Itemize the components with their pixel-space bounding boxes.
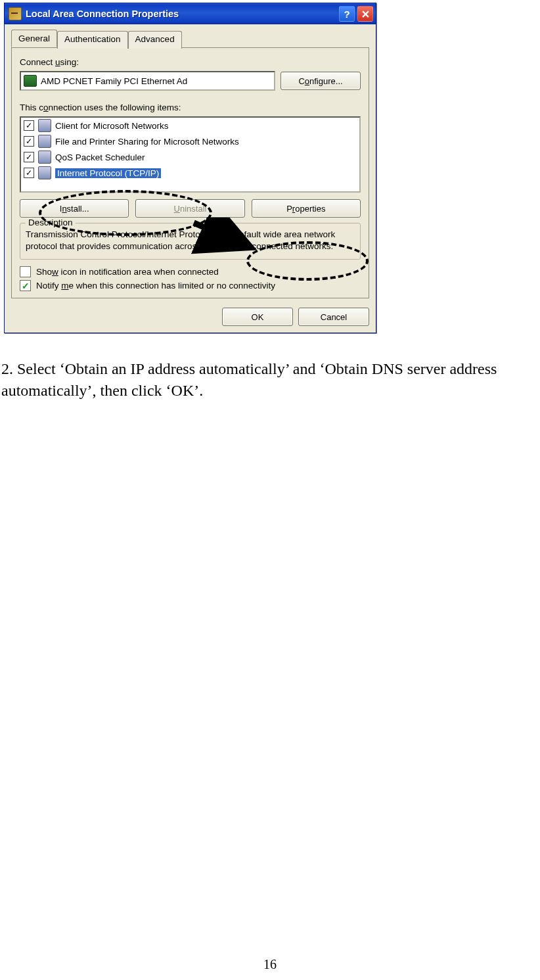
tab-general[interactable]: General: [11, 30, 57, 47]
items-list[interactable]: ✓ Client for Microsoft Networks ✓ File a…: [20, 116, 361, 193]
checkbox-checked[interactable]: ✓: [20, 280, 31, 291]
qos-icon: [38, 151, 51, 164]
tab-advanced[interactable]: Advanced: [128, 31, 182, 49]
list-item[interactable]: ✓ QoS Packet Scheduler: [21, 149, 359, 165]
file-printer-icon: [38, 135, 51, 148]
description-text: Transmission Control Protocol/Internet P…: [26, 229, 355, 252]
properties-button[interactable]: Properties: [252, 199, 361, 218]
window-title: Local Area Connection Properties: [26, 9, 339, 19]
list-item-selected[interactable]: ✓ Internet Protocol (TCP/IP): [21, 165, 359, 181]
cancel-button[interactable]: Cancel: [298, 308, 369, 326]
adapter-name: AMD PCNET Family PCI Ethernet Ad: [41, 76, 187, 86]
items-label: This connection uses the following items…: [20, 103, 361, 112]
page-number: 16: [0, 957, 540, 972]
titlebar[interactable]: Local Area Connection Properties ?: [5, 3, 376, 24]
install-button[interactable]: Install...: [20, 199, 129, 218]
tab-authentication[interactable]: Authentication: [57, 31, 128, 49]
list-item[interactable]: ✓ Client for Microsoft Networks: [21, 118, 359, 133]
show-icon-row[interactable]: Show icon in notification area when conn…: [20, 266, 361, 277]
description-legend: Description: [26, 218, 76, 227]
uninstall-button[interactable]: Uninstall: [135, 199, 244, 218]
checkbox[interactable]: ✓: [24, 168, 34, 178]
adapter-field[interactable]: AMD PCNET Family PCI Ethernet Ad: [20, 71, 275, 91]
checkbox[interactable]: ✓: [24, 136, 34, 147]
checkbox[interactable]: ✓: [24, 120, 34, 131]
close-icon: [362, 11, 369, 18]
instruction-text: 2. Select ‘Obtain an IP address automati…: [1, 358, 540, 401]
tabstrip: General Authentication Advanced: [5, 24, 376, 47]
list-item[interactable]: ✓ File and Printer Sharing for Microsoft…: [21, 133, 359, 149]
checkbox[interactable]: ✓: [24, 152, 34, 162]
ok-button[interactable]: OK: [222, 308, 293, 326]
help-button[interactable]: ?: [339, 6, 355, 22]
client-icon: [38, 119, 51, 132]
configure-button[interactable]: Configure...: [281, 72, 361, 90]
close-button[interactable]: [357, 6, 373, 22]
notify-row[interactable]: ✓ Notify me when this connection has lim…: [20, 280, 361, 291]
tab-panel: Connect using: AMD PCNET Family PCI Ethe…: [11, 47, 369, 298]
connection-properties-dialog: Local Area Connection Properties ? Gener…: [4, 3, 376, 333]
description-group: Description Transmission Control Protoco…: [20, 223, 361, 260]
tcpip-icon: [38, 166, 51, 179]
connect-using-label: Connect using:: [20, 57, 361, 67]
dialog-footer: OK Cancel: [5, 305, 376, 333]
network-connection-icon: [9, 7, 22, 20]
nic-icon: [24, 75, 37, 87]
checkbox-unchecked[interactable]: [20, 266, 31, 277]
